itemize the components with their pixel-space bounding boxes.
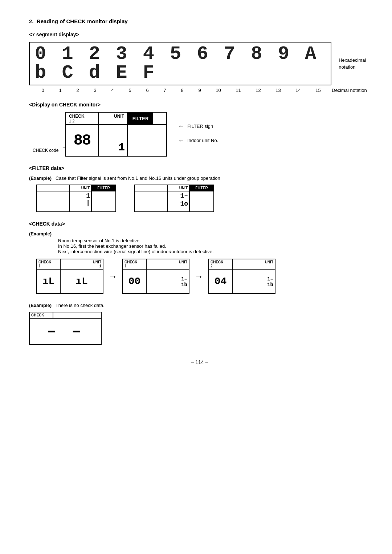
no-data-example: (Example) There is no check data. CHECK …: [29, 303, 370, 345]
check-monitor-section: <Display on CHECK monitor> CHECK code → …: [29, 102, 370, 157]
check-panel-1: CHECK 1 UNIT1 ıL ıL: [36, 259, 103, 294]
monitor-filter-body: [128, 125, 153, 156]
seg-digits-row: 0 1 2 3 4 5 6 7 8 9 A b C d E F: [35, 45, 326, 82]
monitor-check-body: 88: [66, 125, 99, 156]
arrow-2: →: [195, 271, 203, 282]
seven-seg-display: 0 1 2 3 4 5 6 7 8 9 A b C d E F: [29, 42, 331, 85]
filter-data-heading: <FILTER data>: [29, 165, 370, 171]
monitor-unit-body: 1: [99, 125, 128, 156]
filter-panel-2-header: UNIT FILTER: [135, 185, 213, 191]
no-data-display: – –: [30, 319, 101, 344]
check-data-example-lines: Room temp.sensor of No.1 is defective. I…: [58, 238, 370, 254]
filter-panel-2: UNIT FILTER 1–1o: [134, 185, 214, 212]
page-content: 2. Reading of CHECK monitor display <7 s…: [29, 18, 370, 365]
decimal-labels-row: 0 1 2 3 4 5 6 7 8 9 10 11 12 13 14 15 De…: [29, 88, 370, 93]
monitor-main-box: CHECK 1 2 UNIT FILTER 88: [65, 112, 167, 157]
monitor-header-row: CHECK 1 2 UNIT FILTER: [66, 113, 166, 125]
monitor-unit-header: UNIT: [99, 113, 128, 124]
check-data-heading: <CHECK data>: [29, 221, 370, 227]
filter-panel-1-header: UNIT FILTER: [37, 185, 115, 191]
monitor-filter-header: FILTER: [128, 113, 153, 124]
filter-panel-1: UNIT FILTER 1|: [36, 185, 116, 212]
monitor-check-header: CHECK 1 2: [66, 113, 99, 124]
check-panel-3: CHECK 2 UNIT 04 1– 1b: [208, 259, 275, 294]
filter-example-text: (Example) Case that Filter signal is sen…: [29, 175, 370, 181]
seven-seg-heading: <7 segment display>: [29, 32, 370, 37]
filter-data-section: <FILTER data> (Example) Case that Filter…: [29, 165, 370, 212]
monitor-annotations: ← FILTER sign ← Indoor unit No.: [178, 112, 218, 148]
filter-panel-1-filter-label: FILTER: [92, 185, 115, 191]
filter-panels-row: UNIT FILTER 1|: [36, 185, 370, 212]
check-panel-2: CHECK 1 UNIT 00 1– 1b: [122, 259, 189, 294]
filter-panel-1-body: 1|: [37, 191, 115, 211]
page-number: – 114 –: [29, 359, 370, 365]
filter-panel-2-filter-label: FILTER: [190, 185, 213, 191]
filter-sign-annotation: ← FILTER sign: [178, 119, 218, 134]
hex-notation-label: Hexadecimal notation: [339, 57, 370, 71]
filter-panel-2-body: 1–1o: [135, 191, 213, 211]
check-data-example-label: (Example): [29, 231, 370, 236]
check-code-label: CHECK code: [33, 148, 58, 153]
decimal-notation-label: Decimal notation: [332, 88, 367, 93]
no-data-panel: CHECK – –: [29, 312, 102, 345]
section-title: 2. Reading of CHECK monitor display: [29, 18, 370, 24]
monitor-display-wrapper: CHECK code → CHECK 1 2 UNIT: [65, 112, 167, 157]
monitor-body-row: 88 1: [66, 125, 166, 156]
check-data-section: <CHECK data> (Example) Room temp.sensor …: [29, 221, 370, 345]
seven-segment-section: <7 segment display> 0 1 2 3 4 5 6 7 8 9 …: [29, 32, 370, 93]
check-panels-row: CHECK 1 UNIT1 ıL ıL →: [36, 259, 370, 294]
check-monitor-layout: CHECK code → CHECK 1 2 UNIT: [65, 112, 370, 157]
check-monitor-heading: <Display on CHECK monitor>: [29, 102, 370, 108]
indoor-unit-annotation: ← Indoor unit No.: [178, 134, 218, 148]
arrow-1: →: [109, 271, 117, 282]
